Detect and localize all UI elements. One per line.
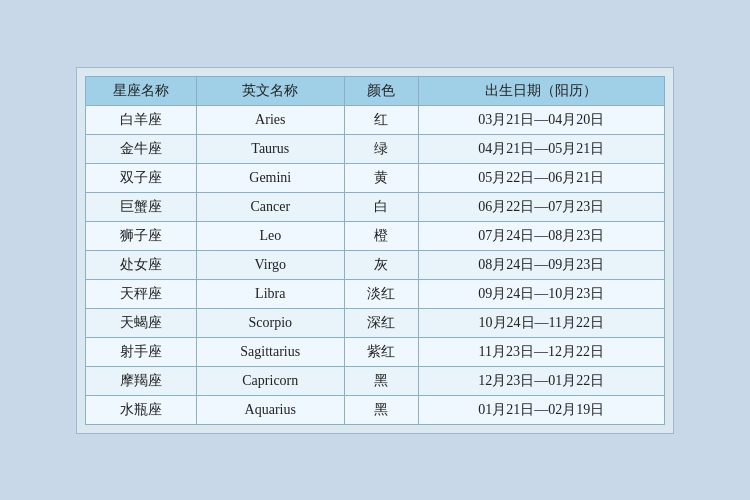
cell-color: 黑 xyxy=(344,395,418,424)
cell-color: 深红 xyxy=(344,308,418,337)
cell-date: 01月21日—02月19日 xyxy=(418,395,664,424)
cell-color: 红 xyxy=(344,105,418,134)
cell-zodiac-name: 金牛座 xyxy=(86,134,197,163)
header-col-date: 出生日期（阳历） xyxy=(418,76,664,105)
table-row: 金牛座Taurus绿04月21日—05月21日 xyxy=(86,134,665,163)
cell-en-name: Scorpio xyxy=(196,308,344,337)
table-row: 狮子座Leo橙07月24日—08月23日 xyxy=(86,221,665,250)
table-row: 白羊座Aries红03月21日—04月20日 xyxy=(86,105,665,134)
cell-en-name: Sagittarius xyxy=(196,337,344,366)
cell-date: 03月21日—04月20日 xyxy=(418,105,664,134)
cell-date: 08月24日—09月23日 xyxy=(418,250,664,279)
header-col-color: 颜色 xyxy=(344,76,418,105)
cell-zodiac-name: 狮子座 xyxy=(86,221,197,250)
cell-color: 黑 xyxy=(344,366,418,395)
table-body: 白羊座Aries红03月21日—04月20日金牛座Taurus绿04月21日—0… xyxy=(86,105,665,424)
cell-en-name: Aries xyxy=(196,105,344,134)
zodiac-table-container: 星座名称 英文名称 颜色 出生日期（阳历） 白羊座Aries红03月21日—04… xyxy=(76,67,674,434)
cell-color: 白 xyxy=(344,192,418,221)
cell-zodiac-name: 处女座 xyxy=(86,250,197,279)
cell-en-name: Leo xyxy=(196,221,344,250)
cell-zodiac-name: 巨蟹座 xyxy=(86,192,197,221)
table-row: 天秤座Libra淡红09月24日—10月23日 xyxy=(86,279,665,308)
cell-date: 12月23日—01月22日 xyxy=(418,366,664,395)
zodiac-table: 星座名称 英文名称 颜色 出生日期（阳历） 白羊座Aries红03月21日—04… xyxy=(85,76,665,425)
cell-date: 10月24日—11月22日 xyxy=(418,308,664,337)
cell-zodiac-name: 白羊座 xyxy=(86,105,197,134)
cell-zodiac-name: 水瓶座 xyxy=(86,395,197,424)
table-row: 双子座Gemini黄05月22日—06月21日 xyxy=(86,163,665,192)
table-header-row: 星座名称 英文名称 颜色 出生日期（阳历） xyxy=(86,76,665,105)
cell-date: 11月23日—12月22日 xyxy=(418,337,664,366)
cell-en-name: Virgo xyxy=(196,250,344,279)
cell-date: 07月24日—08月23日 xyxy=(418,221,664,250)
cell-en-name: Aquarius xyxy=(196,395,344,424)
header-col-en: 英文名称 xyxy=(196,76,344,105)
table-row: 巨蟹座Cancer白06月22日—07月23日 xyxy=(86,192,665,221)
cell-color: 黄 xyxy=(344,163,418,192)
cell-zodiac-name: 天蝎座 xyxy=(86,308,197,337)
cell-color: 紫红 xyxy=(344,337,418,366)
cell-date: 05月22日—06月21日 xyxy=(418,163,664,192)
table-row: 射手座Sagittarius紫红11月23日—12月22日 xyxy=(86,337,665,366)
cell-en-name: Cancer xyxy=(196,192,344,221)
cell-zodiac-name: 天秤座 xyxy=(86,279,197,308)
cell-zodiac-name: 射手座 xyxy=(86,337,197,366)
cell-date: 09月24日—10月23日 xyxy=(418,279,664,308)
cell-zodiac-name: 摩羯座 xyxy=(86,366,197,395)
table-row: 天蝎座Scorpio深红10月24日—11月22日 xyxy=(86,308,665,337)
table-row: 摩羯座Capricorn黑12月23日—01月22日 xyxy=(86,366,665,395)
cell-color: 绿 xyxy=(344,134,418,163)
cell-date: 06月22日—07月23日 xyxy=(418,192,664,221)
cell-en-name: Gemini xyxy=(196,163,344,192)
cell-en-name: Taurus xyxy=(196,134,344,163)
table-row: 处女座Virgo灰08月24日—09月23日 xyxy=(86,250,665,279)
cell-date: 04月21日—05月21日 xyxy=(418,134,664,163)
cell-color: 橙 xyxy=(344,221,418,250)
cell-en-name: Libra xyxy=(196,279,344,308)
cell-zodiac-name: 双子座 xyxy=(86,163,197,192)
table-row: 水瓶座Aquarius黑01月21日—02月19日 xyxy=(86,395,665,424)
header-col-name: 星座名称 xyxy=(86,76,197,105)
cell-color: 灰 xyxy=(344,250,418,279)
cell-color: 淡红 xyxy=(344,279,418,308)
cell-en-name: Capricorn xyxy=(196,366,344,395)
